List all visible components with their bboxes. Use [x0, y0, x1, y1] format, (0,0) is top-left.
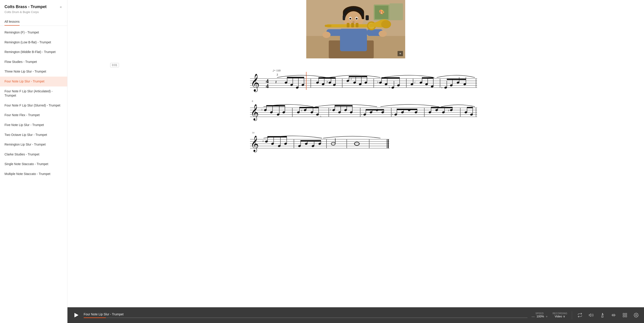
svg-rect-11	[366, 15, 369, 20]
player-progress[interactable]	[84, 318, 528, 318]
all-lessons-tab: All lessons	[4, 17, 63, 26]
svg-text:🎨: 🎨	[379, 9, 384, 14]
svg-text:♭: ♭	[392, 112, 393, 116]
speed-minus-button[interactable]: —	[531, 315, 535, 318]
time-indicator: 0:01	[110, 63, 119, 67]
svg-rect-236	[623, 313, 624, 315]
lesson-item-remington-f[interactable]: Remington (F) - Trumpet	[0, 28, 67, 37]
svg-point-22	[322, 32, 330, 38]
svg-marker-87	[382, 77, 400, 79]
player-progress-fill	[84, 318, 106, 318]
svg-marker-150	[335, 105, 352, 106]
svg-text:♩: ♩	[414, 81, 416, 84]
svg-text:♮: ♮	[320, 115, 321, 118]
volume-button[interactable]	[588, 312, 594, 319]
svg-text:𝄞: 𝄞	[250, 74, 260, 92]
svg-rect-239	[625, 316, 627, 317]
grid-button[interactable]	[622, 312, 628, 319]
sheet-music-area[interactable]: 0:01 ♩= 110 2 �	[68, 58, 644, 307]
svg-marker-172	[397, 109, 417, 110]
svg-text:𝄞: 𝄞	[250, 136, 259, 153]
loop-button[interactable]	[576, 312, 583, 319]
lesson-item-single-note-staccato[interactable]: Single Note Staccato - Trumpet	[0, 159, 67, 169]
recording-chevron: ∨	[563, 315, 565, 318]
collapse-button[interactable]: «	[59, 4, 63, 9]
staff-1: ♩= 110 2 𝄞 4 4	[76, 67, 635, 94]
settings-button[interactable]	[633, 312, 640, 319]
lesson-item-remington-middle-bf[interactable]: Remington (Middle B-Flat) - Trumpet	[0, 47, 67, 57]
staff-3: 14 𝄞 ♯	[76, 130, 635, 157]
svg-marker-109	[447, 79, 466, 80]
svg-text:2: 2	[276, 73, 278, 76]
svg-point-240	[636, 315, 637, 316]
video-section: 🎨	[68, 0, 644, 58]
lesson-item-clarke-studies[interactable]: Clarke Studies - Trumpet	[0, 150, 67, 159]
loop-icon	[578, 313, 582, 318]
svg-text:♭: ♭	[330, 108, 331, 111]
svg-text:𝄞: 𝄞	[250, 104, 259, 121]
lesson-item-two-octave-lip-slur[interactable]: Two Octave Lip Slur - Trumpet	[0, 130, 67, 140]
svg-marker-226	[589, 314, 591, 317]
svg-marker-189	[467, 107, 473, 108]
svg-text:♩= 110: ♩= 110	[272, 69, 281, 72]
video-menu-button[interactable]: ≡	[398, 51, 403, 56]
svg-text:♭: ♭	[441, 86, 442, 89]
svg-rect-30	[351, 23, 354, 27]
svg-rect-32	[325, 25, 332, 27]
svg-rect-29	[347, 23, 350, 27]
lesson-item-multiple-note-staccato[interactable]: Multiple Note Staccato - Trumpet	[0, 169, 67, 179]
metronome-button[interactable]	[599, 312, 606, 319]
svg-point-23	[379, 30, 387, 37]
svg-text:♭: ♭	[361, 113, 362, 116]
lesson-item-remington-lip-slur[interactable]: Remington Lip Slur - Trumpet	[0, 140, 67, 150]
lesson-item-four-note-lip-slur[interactable]: Four Note Lip Slur - Trumpet	[0, 77, 67, 86]
svg-marker-183	[431, 107, 452, 108]
svg-text:8: 8	[252, 100, 253, 102]
svg-marker-161	[366, 109, 384, 110]
main-content: 🎨	[68, 0, 644, 323]
svg-point-16	[356, 18, 358, 19]
speed-label: SPEED	[536, 312, 544, 315]
lesson-item-four-note-f-articulated[interactable]: Four Note F Lip Slur (Articulated) - Tru…	[0, 86, 67, 101]
speed-plus-button[interactable]: +	[545, 315, 548, 318]
lesson-item-four-note-flex[interactable]: Four Note Flex - Trumpet	[0, 110, 67, 120]
svg-rect-31	[356, 23, 358, 27]
settings-icon	[634, 313, 638, 318]
musician-video: 🎨	[306, 0, 405, 58]
lesson-item-flow-studies[interactable]: Flow Studies - Trumpet	[0, 57, 67, 67]
player-bar: Four Note Lip Slur - Trumpet SPEED — 100…	[68, 307, 644, 323]
svg-text:♯: ♯	[262, 140, 264, 143]
svg-text:♭: ♭	[261, 108, 263, 111]
staff-2: 8 𝄞	[76, 99, 635, 126]
all-lessons-label[interactable]: All lessons	[4, 20, 20, 26]
svg-rect-237	[625, 313, 627, 315]
svg-text:♯: ♯	[448, 109, 449, 112]
svg-text:14: 14	[252, 131, 254, 134]
svg-rect-19	[340, 29, 367, 51]
recording-value-group[interactable]: Video ∨	[555, 315, 565, 318]
lesson-item-five-note-lip-slur[interactable]: Five Note Lip Slur - Trumpet	[0, 120, 67, 130]
sidebar-subtitle: Colts Drum & Bugle Corps	[4, 10, 63, 14]
svg-text:4: 4	[266, 83, 269, 89]
svg-marker-207	[268, 136, 287, 137]
player-divider	[572, 311, 572, 319]
svg-text:♯: ♯	[350, 77, 352, 81]
waveform-button[interactable]	[610, 312, 617, 319]
lesson-item-four-note-f-slurred[interactable]: Four Note F Lip Slur (Slurred) - Trumpet	[0, 101, 67, 110]
grid-icon	[622, 313, 627, 318]
play-icon	[74, 313, 78, 318]
svg-marker-64	[319, 77, 336, 79]
svg-rect-4	[390, 3, 403, 20]
play-button[interactable]	[72, 311, 80, 319]
svg-marker-217	[301, 140, 321, 141]
recording-value-text: Video	[555, 315, 562, 318]
svg-marker-98	[422, 77, 433, 79]
speed-control: SPEED — 100% +	[531, 312, 548, 318]
svg-rect-238	[623, 316, 624, 317]
content-area: 🎨	[68, 0, 644, 307]
svg-text:♯: ♯	[301, 109, 302, 112]
sidebar-title: Colts Brass - Trumpet	[4, 4, 46, 9]
lesson-item-three-note-lip-slur[interactable]: Three Note Lip Slur - Trumpet	[0, 67, 67, 77]
lesson-item-remington-low-bb[interactable]: Remington (Low B-flat) - Trumpet	[0, 37, 67, 47]
svg-text:♭: ♭	[377, 80, 379, 84]
